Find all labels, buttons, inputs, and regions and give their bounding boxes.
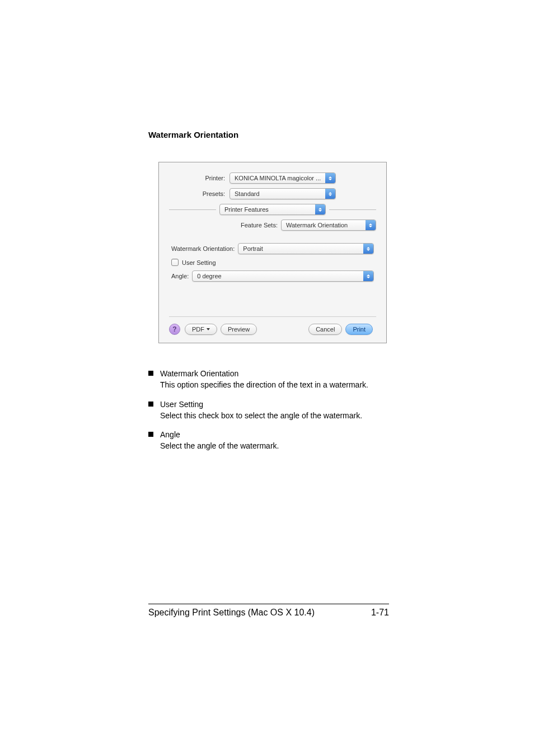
updown-icon [325,189,335,199]
pane-select-value: Printer Features [220,206,315,213]
updown-icon [363,244,373,254]
angle-label: Angle: [171,273,192,279]
cancel-button[interactable]: Cancel [308,324,342,335]
bullet-title: User Setting [160,399,362,410]
printer-select-value: KONICA MINOLTA magicolor ... [230,175,325,181]
printer-select[interactable]: KONICA MINOLTA magicolor ... [229,172,336,184]
feature-sets-label: Feature Sets: [241,222,281,228]
bullet-title: Watermark Orientation [160,368,368,379]
bullet-title: Angle [160,429,279,440]
watermark-orientation-value: Portrait [238,245,363,252]
preview-button-label: Preview [228,326,250,333]
print-button[interactable]: Print [345,324,373,335]
angle-value: 0 degree [193,273,363,279]
pdf-button-label: PDF [192,326,204,333]
divider [329,209,376,210]
bullet-desc: Select this check box to select the angl… [160,410,362,421]
bullet-desc: This option specifies the direction of t… [160,379,368,390]
user-setting-label: User Setting [182,259,219,266]
feature-sets-value: Watermark Orientation [282,222,366,228]
print-dialog: Printer: KONICA MINOLTA magicolor ... Pr… [158,162,387,343]
updown-icon [366,220,376,230]
watermark-orientation-select[interactable]: Portrait [238,243,374,254]
print-button-label: Print [353,326,366,333]
footer-left: Specifying Print Settings (Mac OS X 10.4… [148,608,315,618]
pane-select[interactable]: Printer Features [219,204,326,215]
updown-icon [363,271,373,281]
bullet-list: Watermark Orientation This option specif… [148,368,389,452]
preview-button[interactable]: Preview [221,324,257,335]
angle-select[interactable]: 0 degree [192,270,374,282]
footer-page-number: 1-71 [371,608,389,618]
list-item: Watermark Orientation This option specif… [148,368,389,391]
page-footer: Specifying Print Settings (Mac OS X 10.4… [148,604,389,618]
bullet-desc: Select the angle of the watermark. [160,440,279,451]
cancel-button-label: Cancel [316,326,335,333]
divider [169,209,216,210]
printer-label: Printer: [169,175,229,181]
presets-select[interactable]: Standard [229,188,336,199]
presets-label: Presets: [169,190,229,197]
user-setting-checkbox[interactable] [171,259,179,266]
list-item: User Setting Select this check box to se… [148,399,389,422]
updown-icon [315,204,325,214]
list-item: Angle Select the angle of the watermark. [148,429,389,452]
pdf-button[interactable]: PDF [185,324,217,335]
presets-select-value: Standard [230,190,325,197]
section-heading: Watermark Orientation [148,130,389,139]
square-bullet-icon [148,432,153,437]
feature-sets-select[interactable]: Watermark Orientation [281,220,376,231]
updown-icon [325,173,335,183]
square-bullet-icon [148,371,153,376]
square-bullet-icon [148,402,153,407]
help-button[interactable]: ? [169,324,180,335]
watermark-orientation-label: Watermark Orientation: [171,245,238,252]
